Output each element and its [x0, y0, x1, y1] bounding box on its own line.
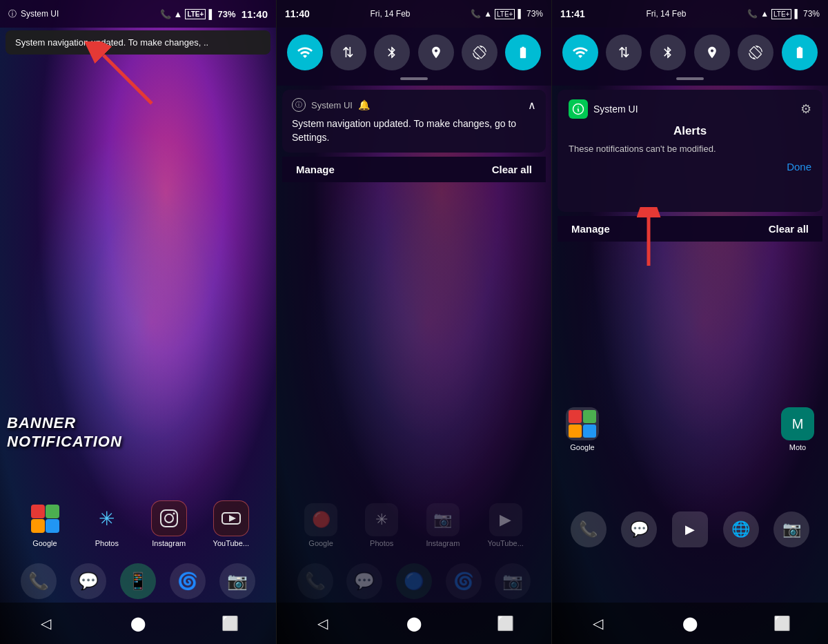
done-link-3[interactable]: Done	[787, 161, 811, 173]
google-folder-label: Google	[570, 443, 594, 451]
app-google-label: Google	[32, 539, 57, 547]
instagram-dim: 📷 Instagram	[426, 503, 460, 547]
photos-dim-label: Photos	[370, 539, 393, 547]
home-button-2[interactable]: ⬤	[402, 611, 426, 636]
svg-point-11	[165, 514, 173, 523]
back-button-3[interactable]: ◁	[586, 611, 611, 636]
red-arrow-icon	[83, 41, 166, 110]
phone-icon-2: 📞	[471, 9, 481, 19]
play-store-3[interactable]: ▶	[672, 511, 708, 547]
status-date-2: Fri, 14 Feb	[370, 9, 410, 19]
messages-icon[interactable]: 💬	[70, 563, 106, 599]
youtube-dim: ▶ YouTube...	[487, 503, 523, 547]
notification-card-2: ⓘ System UI 🔔 ∧ System navigation update…	[282, 90, 546, 153]
camera-icon[interactable]: 📷	[219, 563, 255, 599]
recents-button-3[interactable]: ⬜	[769, 611, 794, 636]
signal-icon-2: ▌	[518, 9, 524, 19]
photos-dim: ✳ Photos	[365, 503, 398, 547]
whatsapp-icon[interactable]: 📱	[120, 563, 156, 599]
lte-icon: LTE+	[185, 9, 206, 19]
notif-app-label-2: System UI	[311, 100, 353, 110]
phone-bottom-3[interactable]: 📞	[571, 511, 607, 547]
browser-icon[interactable]: 🌀	[170, 563, 206, 599]
app-instagram-label: Instagram	[152, 539, 186, 547]
back-button-1[interactable]: ◁	[34, 611, 59, 636]
manage-button-2[interactable]: Manage	[296, 164, 335, 175]
phone-panel-2: 11:40 Fri, 14 Feb 📞 ▲ LTE+ ▌ 73% ⇅	[276, 0, 552, 644]
app-photos[interactable]: ✳ Photos	[89, 500, 125, 547]
app-instagram[interactable]: Instagram	[151, 500, 187, 547]
notif-chevron-2[interactable]: ∧	[528, 99, 536, 112]
tile-wifi-2[interactable]	[287, 35, 323, 70]
svg-line-1	[103, 55, 152, 104]
battery-percent-1: 73%	[218, 9, 236, 19]
google-dim: 🔴 Google	[304, 503, 337, 547]
tile-wifi-3[interactable]	[562, 35, 598, 70]
google-folder-3[interactable]: Google	[566, 407, 599, 451]
google-dim-label: Google	[308, 539, 333, 547]
lte-icon-3: LTE+	[771, 9, 791, 19]
clear-all-button-2[interactable]: Clear all	[492, 164, 532, 175]
clear-all-button-3[interactable]: Clear all	[769, 223, 809, 235]
gear-icon-3[interactable]: ⚙	[800, 101, 811, 117]
google-icon	[27, 500, 63, 536]
alert-actions-3: Manage Clear all	[558, 216, 822, 242]
tile-bluetooth-2[interactable]	[374, 35, 410, 70]
google-folder-icon	[566, 407, 599, 440]
moto-label: Moto	[789, 443, 806, 451]
recents-button-1[interactable]: ⬜	[217, 611, 242, 636]
status-bar-1: ⓘ System UI 📞 ▲ LTE+ ▌ 73% 11:40	[0, 0, 276, 28]
tile-data-3[interactable]: ⇅	[606, 35, 642, 70]
alert-subtitle-3: These notifications can't be modified.	[569, 144, 811, 154]
svg-rect-6	[37, 510, 41, 514]
tile-location-2[interactable]	[418, 35, 454, 70]
banner-label: BANNER NOTIFICATION	[7, 414, 145, 451]
tile-rotate-3[interactable]	[738, 35, 773, 70]
notif-app-icon-2: ⓘ	[292, 98, 306, 112]
red-arrow-p3-icon	[607, 207, 676, 276]
back-button-2[interactable]: ◁	[310, 611, 335, 636]
recents-button-2[interactable]: ⬜	[493, 611, 518, 636]
alert-header-3: System UI ⚙	[569, 99, 811, 119]
bottom-icons-3: 📞 💬 ▶ 🌐 📷	[552, 511, 828, 547]
status-bar-2: 11:40 Fri, 14 Feb 📞 ▲ LTE+ ▌ 73%	[277, 0, 551, 28]
bottom-dock-1: 📞 💬 📱 🌀 📷	[0, 563, 276, 599]
status-system-ui: System UI	[21, 9, 59, 19]
time-1: 11:40	[241, 8, 268, 20]
tile-indicator-3	[552, 77, 828, 86]
tile-scroll-line-2	[400, 77, 428, 80]
moto-icon-3: M	[781, 407, 814, 440]
moto-app-3[interactable]: M Moto	[781, 407, 814, 451]
tile-battery-3[interactable]	[782, 35, 818, 70]
tile-battery-2[interactable]	[505, 35, 541, 70]
phone-call-icon[interactable]: 📞	[21, 563, 57, 599]
svg-rect-9	[49, 523, 53, 527]
status-time-2: 11:40	[285, 8, 310, 19]
chrome-3[interactable]: 🌐	[723, 511, 759, 547]
messages-bottom-3[interactable]: 💬	[621, 511, 657, 547]
phone-panel-3: 11:41 Fri, 14 Feb 📞 ▲ LTE+ ▌ 73% ⇅	[552, 0, 828, 644]
wifi-icon: ▲	[174, 9, 183, 19]
bottom-dock-2: 📞 💬 🔵 🌀 📷	[277, 563, 551, 599]
status-date-3: Fri, 14 Feb	[646, 9, 686, 19]
tile-bluetooth-3[interactable]	[650, 35, 686, 70]
phone-icon-3: 📞	[747, 9, 758, 19]
home-button-3[interactable]: ⬤	[678, 611, 702, 636]
youtube-dim-label: YouTube...	[487, 539, 523, 547]
wifi-icon-3: ▲	[760, 9, 769, 19]
app-google[interactable]: Google	[27, 500, 63, 547]
status-right-1: 📞 ▲ LTE+ ▌ 73% 11:40	[160, 8, 268, 20]
app-youtube[interactable]: YouTube...	[213, 500, 249, 547]
photos-icon: ✳	[89, 500, 125, 536]
tile-location-3[interactable]	[694, 35, 730, 70]
alert-arrow-area: Done	[569, 161, 811, 202]
instagram-icon	[151, 500, 187, 536]
tile-data-2[interactable]: ⇅	[331, 35, 366, 70]
tile-rotate-2[interactable]	[462, 35, 497, 70]
status-bar-3: 11:41 Fri, 14 Feb 📞 ▲ LTE+ ▌ 73%	[552, 0, 828, 28]
battery-2: 73%	[526, 9, 543, 19]
camera-bottom-3[interactable]: 📷	[773, 511, 809, 547]
info-icon: ⓘ	[8, 8, 17, 20]
manage-button-3[interactable]: Manage	[571, 223, 610, 235]
home-button-1[interactable]: ⬤	[126, 611, 150, 636]
